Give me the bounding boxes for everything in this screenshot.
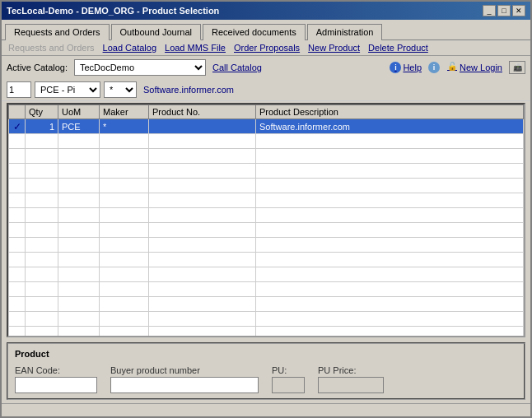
pu-group: PU: [272, 365, 305, 393]
table-row[interactable] [9, 134, 524, 149]
table-row[interactable] [9, 282, 524, 297]
tab-outbound-journal-label: Outbound Journal [120, 27, 192, 37]
table-row[interactable]: ✓ 1 PCE * Software.informer.com [9, 119, 524, 134]
tab-bar: Requests and Orders Outbound Journal Rec… [2, 20, 530, 40]
close-button[interactable]: ✕ [512, 5, 525, 16]
catalog-dropdown[interactable]: TecDocDemo [74, 59, 206, 76]
info-icon: i [428, 62, 440, 73]
status-bar [2, 403, 530, 416]
main-window: TecLocal-Demo - DEMO_ORG - Product Selec… [0, 0, 532, 418]
new-login-button[interactable]: 🔓 New Login [446, 62, 502, 73]
ean-code-input[interactable] [15, 377, 97, 393]
tab-requests-orders[interactable]: Requests and Orders [5, 24, 110, 40]
col-header-maker: Maker [100, 105, 149, 119]
pu-price-input [318, 377, 384, 393]
help-area: i Help i 🔓 New Login 📠 [390, 61, 525, 74]
new-product-button[interactable]: New Product [306, 43, 362, 53]
col-header-check [9, 105, 26, 119]
tab-received-documents-label: Received documents [212, 27, 296, 37]
table-row[interactable] [9, 164, 524, 179]
filter-bar: PCE - Pi * Software.informer.com [2, 79, 530, 101]
table-row[interactable] [9, 238, 524, 253]
maker-filter-select[interactable]: * [104, 81, 137, 98]
table-row[interactable] [9, 208, 524, 223]
minimize-button[interactable]: _ [483, 5, 496, 16]
pu-label: PU: [272, 365, 305, 375]
title-bar: TecLocal-Demo - DEMO_ORG - Product Selec… [2, 2, 530, 20]
catalog-bar: Active Catalog: TecDocDemo Call Catalog … [2, 56, 530, 79]
load-mms-file-button[interactable]: Load MMS File [163, 43, 227, 53]
ean-code-label: EAN Code: [15, 365, 97, 375]
unlock-icon: 🔓 [446, 62, 458, 73]
product-panel: Product EAN Code: Buyer product number P… [7, 342, 525, 400]
product-panel-title: Product [15, 349, 517, 359]
col-header-product-no: Product No. [149, 105, 256, 119]
table-row[interactable] [9, 327, 524, 338]
uom-filter-select[interactable]: PCE - Pi [35, 81, 100, 98]
row-qty: 1 [26, 119, 58, 134]
tab-outbound-journal[interactable]: Outbound Journal [111, 24, 201, 40]
ean-code-group: EAN Code: [15, 365, 97, 393]
tab-administration-label: Administration [316, 27, 374, 37]
help-icon: i [390, 62, 401, 73]
row-description: Software.informer.com [256, 119, 524, 134]
tab-administration[interactable]: Administration [307, 24, 383, 40]
requests-orders-button: Requests and Orders [7, 43, 96, 53]
load-catalog-button[interactable]: Load Catalog [101, 43, 158, 53]
row-check: ✓ [9, 119, 26, 134]
fax-icon[interactable]: 📠 [509, 61, 525, 74]
order-proposals-button[interactable]: Order Proposals [232, 43, 301, 53]
table-row[interactable] [9, 149, 524, 164]
pu-input [272, 377, 305, 393]
col-header-qty: Qty [26, 105, 58, 119]
table-row[interactable] [9, 193, 524, 208]
buyer-product-input[interactable] [110, 377, 259, 393]
call-catalog-button[interactable]: Call Catalog [212, 63, 262, 72]
row-uom: PCE [58, 119, 100, 134]
product-table: Qty UoM Maker Product No. Product Descri… [8, 104, 524, 337]
table-row[interactable] [9, 267, 524, 282]
delete-product-button[interactable]: Delete Product [366, 43, 430, 53]
col-header-description: Product Description [256, 105, 524, 119]
row-product-no [149, 119, 256, 134]
row-maker: * [100, 119, 149, 134]
tab-received-documents[interactable]: Received documents [203, 24, 306, 40]
pu-price-label: PU Price: [318, 365, 384, 375]
active-catalog-label: Active Catalog: [7, 63, 68, 72]
help-button[interactable]: i Help [390, 62, 422, 73]
data-table-container: Qty UoM Maker Product No. Product Descri… [7, 103, 525, 337]
table-row[interactable] [9, 253, 524, 267]
product-fields: EAN Code: Buyer product number PU: PU Pr… [15, 365, 517, 393]
maximize-button[interactable]: □ [497, 5, 511, 16]
new-login-label: New Login [460, 63, 502, 72]
col-header-uom: UoM [58, 105, 100, 119]
table-row[interactable] [9, 223, 524, 238]
qty-filter-input[interactable] [7, 81, 31, 98]
title-bar-buttons: _ □ ✕ [483, 5, 525, 16]
tab-requests-orders-label: Requests and Orders [14, 27, 100, 37]
table-row[interactable] [9, 297, 524, 312]
filter-url-text: Software.informer.com [143, 85, 234, 95]
table-row[interactable] [9, 179, 524, 193]
toolbar: Requests and Orders Load Catalog Load MM… [2, 40, 530, 56]
window-title: TecLocal-Demo - DEMO_ORG - Product Selec… [7, 6, 219, 16]
pu-price-group: PU Price: [318, 365, 384, 393]
buyer-product-group: Buyer product number [110, 365, 259, 393]
buyer-product-label: Buyer product number [110, 365, 259, 375]
table-row[interactable] [9, 312, 524, 327]
help-label: Help [403, 63, 422, 72]
